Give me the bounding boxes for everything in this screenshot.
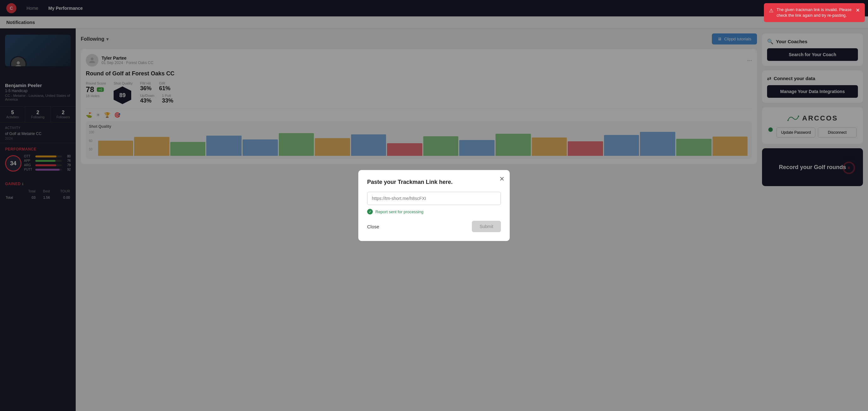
modal-close-icon[interactable]: ✕: [499, 175, 505, 183]
trackman-modal: Paste your Trackman Link here. ✕ ✓ Repor…: [358, 170, 510, 241]
modal-title: Paste your Trackman Link here.: [367, 179, 501, 186]
toast-message: The given trackman link is invalid. Plea…: [777, 7, 852, 18]
modal-success-message: ✓ Report sent for processing: [367, 209, 501, 215]
modal-overlay[interactable]: Paste your Trackman Link here. ✕ ✓ Repor…: [0, 0, 868, 411]
modal-submit-button[interactable]: Submit: [472, 221, 501, 232]
trackman-link-input[interactable]: [367, 192, 501, 205]
toast-close-button[interactable]: ✕: [856, 7, 860, 14]
modal-footer: Close Submit: [367, 221, 501, 232]
toast-notification: ⚠ The given trackman link is invalid. Pl…: [764, 3, 865, 22]
success-check-icon: ✓: [367, 209, 373, 215]
modal-close-button[interactable]: Close: [367, 224, 379, 229]
toast-warning-icon: ⚠: [769, 7, 773, 14]
